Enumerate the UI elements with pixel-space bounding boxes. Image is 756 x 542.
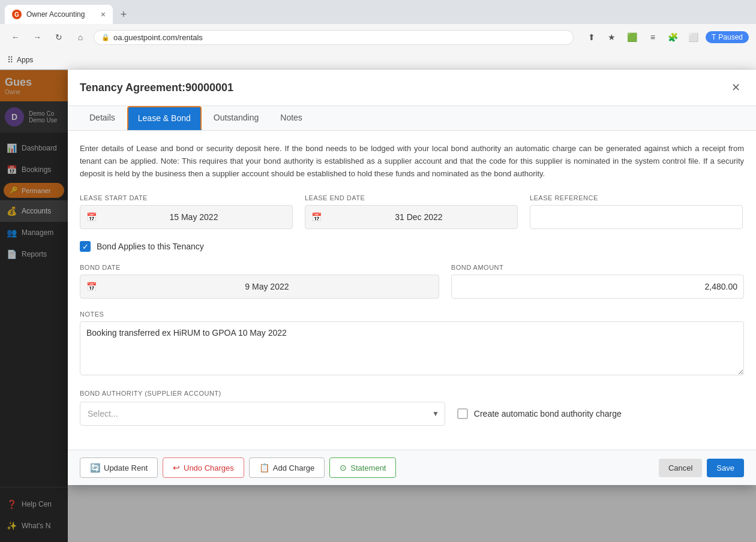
lease-reference-group: Lease Reference [530, 194, 743, 229]
lease-end-date-value: 31 Dec 2022 [326, 212, 511, 222]
bond-authority-row: Select... ▼ Create automatic bond author… [80, 402, 744, 426]
save-button[interactable]: Save [707, 459, 744, 477]
dialog-header: Tenancy Agreement:90000001 ✕ [68, 70, 756, 106]
extensions-button[interactable]: 🧩 [665, 29, 682, 46]
lease-start-date-input[interactable]: 📅 15 May 2022 [80, 205, 293, 229]
bond-authority-section: Bond Authority (Supplier Account) Select… [80, 390, 744, 426]
apps-label[interactable]: Apps [17, 56, 33, 64]
tab-lease-bond-label: Lease & Bond [138, 113, 191, 123]
auto-charge-row: Create automatic bond authority charge [457, 408, 622, 419]
apps-bar: ⠿ Apps [0, 50, 756, 70]
main-layout: Gues Owne D Demo Co Demo Use 📊 Dashboard… [0, 70, 756, 542]
tab-outstanding[interactable]: Outstanding [204, 107, 269, 130]
tenancy-agreement-dialog: Tenancy Agreement:90000001 ✕ Details Lea… [68, 70, 756, 485]
url-text: oa.guestpoint.com/rentals [113, 33, 203, 42]
url-bar[interactable]: 🔒 oa.guestpoint.com/rentals [94, 30, 574, 45]
notes-section: Notes Booking transferred ex HiRUM to GP… [80, 311, 744, 378]
bookmark-button[interactable]: ★ [604, 29, 620, 46]
paused-button[interactable]: T Paused [706, 31, 749, 43]
bond-amount-value: 2,480.00 [705, 282, 738, 291]
dialog-overlay: Tenancy Agreement:90000001 ✕ Details Lea… [0, 70, 756, 542]
forward-button[interactable]: → [29, 29, 46, 46]
bond-amount-group: Bond Amount 2,480.00 [451, 264, 744, 299]
paused-label: Paused [718, 33, 743, 41]
browser-actions: ⬆ ★ 🟩 ≡ 🧩 ⬜ T Paused [583, 29, 749, 46]
add-charge-label: Add Charge [273, 463, 314, 472]
lease-end-date-group: Lease End Date 📅 31 Dec 2022 [305, 194, 518, 229]
lease-end-date-input[interactable]: 📅 31 Dec 2022 [305, 205, 518, 229]
new-tab-button[interactable]: + [115, 6, 132, 23]
tab-title: Owner Accounting [26, 10, 96, 19]
auto-charge-label: Create automatic bond authority charge [474, 409, 622, 418]
bond-checkbox-label: Bond Applies to this Tenancy [97, 242, 204, 251]
browser-tab[interactable]: G Owner Accounting × [5, 5, 113, 24]
lease-reference-field[interactable] [536, 212, 736, 222]
calendar-icon-start: 📅 [86, 212, 97, 222]
calendar-icon-bond: 📅 [86, 282, 97, 291]
update-rent-icon: 🔄 [90, 463, 100, 472]
lease-dates-row: Lease Start Date 📅 15 May 2022 Lease End… [80, 194, 744, 229]
extension2-button[interactable]: ≡ [644, 29, 661, 46]
tab-bar: G Owner Accounting × + [0, 0, 756, 24]
lease-start-date-value: 15 May 2022 [101, 212, 286, 222]
bond-amount-label: Bond Amount [451, 264, 744, 271]
undo-charges-icon: ↩ [173, 463, 180, 472]
dialog-close-button[interactable]: ✕ [727, 79, 744, 96]
tab-details-label: Details [89, 113, 115, 122]
update-rent-button[interactable]: 🔄 Update Rent [80, 457, 158, 478]
back-button[interactable]: ← [7, 29, 24, 46]
bond-date-group: Bond Date 📅 9 May 2022 [80, 264, 439, 299]
dialog-footer: 🔄 Update Rent ↩ Undo Charges 📋 Add Charg… [68, 450, 756, 485]
notes-textarea[interactable]: Booking transferred ex HiRUM to GPOA 10 … [80, 321, 744, 375]
save-label: Save [716, 463, 734, 472]
cancel-label: Cancel [668, 463, 692, 472]
lease-reference-label: Lease Reference [530, 194, 743, 201]
home-button[interactable]: ⌂ [72, 29, 89, 46]
tab-close-button[interactable]: × [101, 10, 106, 19]
bond-authority-select-wrapper: Select... ▼ [80, 402, 445, 426]
statement-icon: ⊙ [340, 463, 347, 472]
add-charge-button[interactable]: 📋 Add Charge [249, 457, 325, 478]
user-avatar-small: T [712, 33, 716, 41]
reload-button[interactable]: ↻ [50, 29, 67, 46]
reader-button[interactable]: ⬜ [685, 29, 702, 46]
info-text: Enter details of Lease and bond or secur… [80, 143, 744, 180]
tab-notes[interactable]: Notes [271, 107, 312, 130]
auto-charge-checkbox[interactable] [457, 408, 468, 419]
tab-lease-bond[interactable]: Lease & Bond [127, 106, 202, 130]
tab-favicon: G [12, 10, 22, 19]
browser-chrome: G Owner Accounting × + ← → ↻ ⌂ 🔒 oa.gues… [0, 0, 756, 70]
tab-details[interactable]: Details [80, 107, 125, 130]
bond-authority-label: Bond Authority (Supplier Account) [80, 390, 744, 397]
share-button[interactable]: ⬆ [583, 29, 600, 46]
notes-label: Notes [80, 311, 744, 318]
undo-charges-button[interactable]: ↩ Undo Charges [163, 457, 244, 478]
bond-authority-select[interactable]: Select... [80, 402, 445, 426]
undo-charges-label: Undo Charges [184, 463, 234, 472]
lease-reference-input[interactable] [530, 205, 743, 229]
lock-icon: 🔒 [101, 34, 110, 41]
bond-checkbox-row: ✓ Bond Applies to this Tenancy [80, 241, 744, 252]
bond-checkbox[interactable]: ✓ [80, 241, 91, 252]
lease-start-date-group: Lease Start Date 📅 15 May 2022 [80, 194, 293, 229]
dialog-body: Enter details of Lease and bond or secur… [68, 131, 756, 450]
bond-amount-input[interactable]: 2,480.00 [451, 275, 744, 299]
apps-grid-icon[interactable]: ⠿ [7, 55, 13, 65]
cancel-button[interactable]: Cancel [659, 459, 702, 477]
calendar-icon-end: 📅 [311, 212, 322, 222]
tab-notes-label: Notes [280, 113, 302, 122]
tab-outstanding-label: Outstanding [214, 113, 259, 122]
dialog-tabs: Details Lease & Bond Outstanding Notes [68, 106, 756, 131]
checkbox-check-icon: ✓ [82, 242, 89, 251]
bond-date-value: 9 May 2022 [101, 282, 433, 291]
bond-date-input[interactable]: 📅 9 May 2022 [80, 275, 439, 299]
extension1-button[interactable]: 🟩 [624, 29, 641, 46]
bond-date-label: Bond Date [80, 264, 439, 271]
statement-label: Statement [350, 463, 386, 472]
add-charge-icon: 📋 [259, 463, 269, 472]
lease-start-date-label: Lease Start Date [80, 194, 293, 201]
bond-section: Bond Date 📅 9 May 2022 Bond Amount 2,480… [80, 264, 744, 299]
statement-button[interactable]: ⊙ Statement [329, 457, 396, 478]
address-bar: ← → ↻ ⌂ 🔒 oa.guestpoint.com/rentals ⬆ ★ … [0, 24, 756, 50]
update-rent-label: Update Rent [104, 463, 148, 472]
